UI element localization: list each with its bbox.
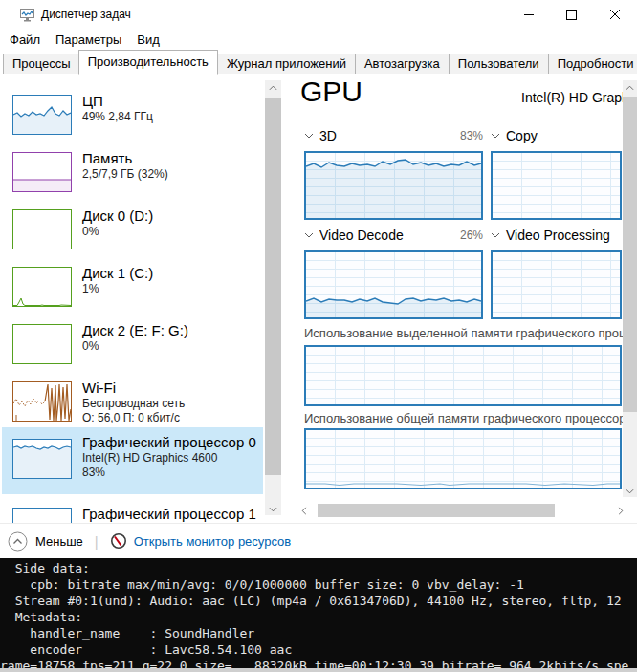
sidebar-item-gpu1[interactable]: Графический процессор 1 — [2, 499, 263, 523]
terminal-line: encoder : Lavc58.54.100 aac — [0, 641, 637, 658]
minimize-button[interactable] — [507, 0, 550, 29]
tab-users[interactable]: Пользователи — [449, 54, 549, 74]
sidebar-item-value: 0% — [82, 225, 153, 239]
tab-processes[interactable]: Процессы — [3, 54, 80, 74]
terminal-output[interactable]: Side data: cpb: bitrate max/min/avg: 0/0… — [0, 558, 637, 672]
tab-performance[interactable]: Производительность — [78, 50, 218, 75]
chevron-down-icon — [491, 133, 500, 139]
terminal-line: Stream #0:1(und): Audio: aac (LC) (mp4a … — [0, 593, 637, 609]
sidebar-item-disk0[interactable]: Диск 0 (D:) 0% — [2, 201, 263, 255]
tab-app-history[interactable]: Журнал приложений — [217, 54, 356, 74]
sidebar-item-value: 2,5/7,9 ГБ (32%) — [82, 167, 168, 182]
sidebar-item-disk2[interactable]: Диск 2 (E: F: G:) 0% — [2, 315, 263, 370]
section-label: Video Decode — [319, 228, 404, 243]
scroll-right-icon[interactable] — [613, 503, 627, 518]
chart-dedicated-memory — [304, 345, 622, 406]
footer-bar: Меньше | Открыть монитор ресурсов — [0, 523, 637, 558]
scroll-down-icon[interactable] — [265, 502, 281, 516]
gpu-vertical-scrollbar[interactable] — [623, 80, 637, 497]
section-label: 3D — [319, 128, 337, 143]
section-label: Copy — [506, 128, 538, 143]
gpu-heading: GPU — [300, 76, 362, 108]
sidebar-item-label: Диск 2 (E: F: G:) — [82, 321, 188, 339]
task-manager-window: Диспетчер задач Файл Параметры Вид Проце… — [0, 0, 637, 672]
sidebar-item-label: Диск 1 (C:) — [82, 264, 153, 282]
sidebar-item-label: Графический процессор 0 — [82, 433, 256, 451]
maximize-button[interactable] — [550, 0, 593, 29]
sidebar-item-value: 49% 2,84 ГГц — [82, 110, 153, 124]
gpu-horizontal-scrollbar[interactable] — [297, 503, 627, 518]
sidebar-item-label: Wi-Fi — [82, 379, 185, 397]
chart-3d — [304, 151, 483, 220]
sidebar-item-value: 0% — [82, 339, 188, 354]
menu-file[interactable]: Файл — [2, 31, 48, 49]
chart-video-decode — [304, 250, 483, 319]
sidebar-item-cpu[interactable]: ЦП 49% 2,84 ГГц — [2, 86, 263, 141]
section-copy[interactable]: Copy — [491, 128, 538, 143]
close-button[interactable] — [593, 0, 636, 29]
performance-sidebar: ЦП 49% 2,84 ГГц Память 2,5/7,9 ГБ (32%) … — [0, 74, 287, 523]
chart-video-processing — [491, 250, 622, 319]
open-resource-monitor-link[interactable]: Открыть монитор ресурсов — [110, 532, 291, 550]
terminal-line: Metadata: — [0, 609, 637, 625]
dedicated-memory-label: Использование выделенной памяти графичес… — [304, 326, 637, 340]
chart-copy — [491, 151, 622, 220]
sidebar-item-memory[interactable]: Память 2,5/7,9 ГБ (32%) — [2, 143, 263, 198]
minimize-icon — [524, 14, 534, 15]
chevron-down-icon — [304, 133, 314, 139]
sidebar-item-label: Графический процессор 1 — [82, 505, 256, 523]
close-icon — [609, 9, 621, 20]
sidebar-item-subtitle: Intel(R) HD Graphics 4600 — [82, 451, 256, 466]
sidebar-item-value: О: 56,0 П: 0 кбит/с — [82, 411, 185, 425]
scrollbar-thumb[interactable] — [265, 98, 281, 475]
chevron-down-icon — [491, 232, 500, 238]
cpu-sparkline — [12, 95, 72, 135]
task-manager-icon — [19, 7, 35, 23]
section-label: Video Processing — [506, 228, 610, 243]
sidebar-scrollbar[interactable] — [265, 80, 281, 515]
memory-sparkline — [12, 152, 72, 192]
terminal-line: cpb: bitrate max/min/avg: 0/0/1000000 bu… — [0, 576, 637, 593]
section-3d-value: 83% — [402, 129, 483, 142]
tab-startup[interactable]: Автозагрузка — [355, 54, 450, 74]
divider: | — [91, 533, 102, 550]
sidebar-item-subtitle: Беспроводная сеть — [82, 397, 185, 411]
chart-shared-memory — [304, 428, 622, 489]
section-3d[interactable]: 3D — [304, 128, 337, 143]
sidebar-item-disk1[interactable]: Диск 1 (C:) 1% — [2, 258, 263, 313]
tab-details[interactable]: Подробности — [548, 54, 637, 74]
resource-monitor-label: Открыть монитор ресурсов — [134, 534, 291, 549]
scrollbar-thumb[interactable] — [318, 504, 555, 517]
sidebar-item-label: ЦП — [82, 92, 153, 110]
maximize-icon — [566, 10, 577, 20]
window-title: Диспетчер задач — [41, 8, 131, 21]
tab-bar: Процессы Производительность Журнал прило… — [0, 50, 637, 75]
scroll-up-icon[interactable] — [265, 80, 281, 95]
scroll-down-icon[interactable] — [623, 484, 637, 498]
sidebar-item-gpu0[interactable]: Графический процессор 0 Intel(R) HD Grap… — [2, 427, 263, 494]
fewer-details-button[interactable]: Меньше — [8, 531, 83, 552]
menu-view[interactable]: Вид — [129, 31, 167, 49]
disk0-sparkline — [12, 209, 72, 249]
sidebar-item-value: 1% — [82, 282, 153, 296]
gpu0-sparkline — [12, 439, 72, 479]
sidebar-item-wifi[interactable]: Wi-Fi Беспроводная сеть О: 56,0 П: 0 кби… — [2, 373, 263, 431]
scrollbar-thumb[interactable] — [623, 97, 637, 412]
fewer-details-label: Меньше — [35, 534, 83, 549]
shared-memory-label: Использование общей памяти графического … — [304, 411, 633, 425]
scroll-up-icon[interactable] — [623, 80, 637, 95]
disk2-sparkline — [12, 324, 72, 364]
terminal-line: Side data: — [0, 560, 637, 576]
wifi-sparkline — [12, 381, 72, 422]
section-video-decode[interactable]: Video Decode — [304, 228, 404, 243]
resource-monitor-icon — [110, 532, 127, 550]
sidebar-item-label: Диск 0 (D:) — [82, 206, 153, 225]
terminal-line: handler_name : SoundHandler — [0, 625, 637, 641]
section-video-decode-value: 26% — [402, 228, 483, 242]
menu-options[interactable]: Параметры — [48, 31, 129, 49]
sidebar-item-value: 83% — [82, 466, 256, 480]
gpu1-sparkline — [12, 508, 72, 523]
section-video-processing[interactable]: Video Processing — [491, 228, 610, 243]
scroll-left-icon[interactable] — [297, 503, 311, 518]
menu-bar: Файл Параметры Вид — [0, 29, 637, 50]
